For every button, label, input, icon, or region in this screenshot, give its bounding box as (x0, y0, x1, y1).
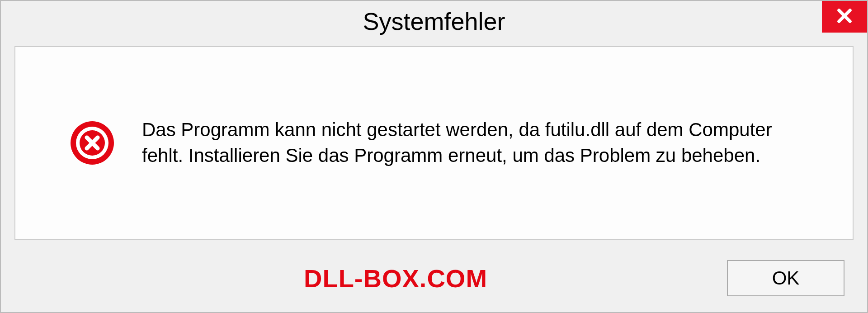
titlebar: Systemfehler (1, 1, 867, 42)
close-button[interactable] (822, 1, 867, 33)
content-area: Das Programm kann nicht gestartet werden… (14, 46, 854, 240)
error-dialog: Systemfehler Das Programm kann nicht ges… (0, 0, 868, 313)
watermark-text: DLL-BOX.COM (304, 264, 487, 293)
ok-button-label: OK (772, 267, 800, 289)
ok-button[interactable]: OK (727, 260, 844, 296)
error-icon (70, 120, 115, 166)
dialog-title: Systemfehler (363, 7, 505, 35)
error-message: Das Programm kann nicht gestartet werden… (142, 117, 775, 168)
close-icon (835, 6, 854, 27)
footer: DLL-BOX.COM OK (1, 253, 867, 312)
